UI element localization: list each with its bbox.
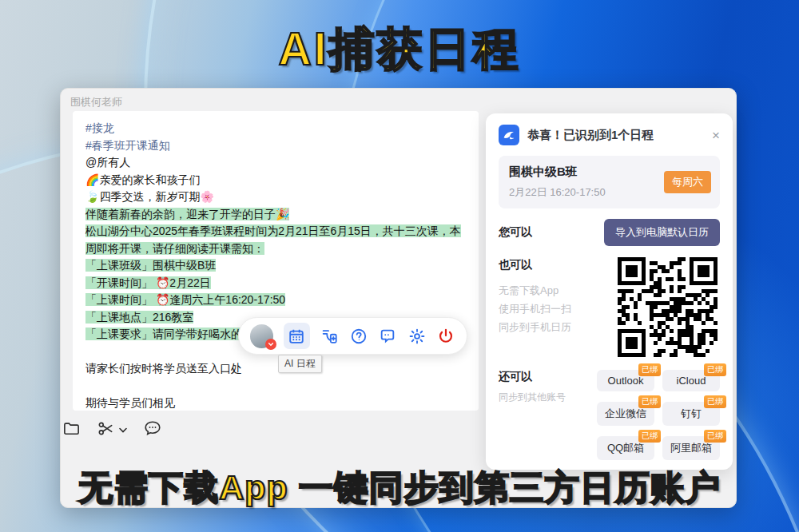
chat-line: 期待与学员们相见 <box>85 395 466 411</box>
chat-line: #春季班开课通知 <box>85 137 466 155</box>
folder-icon[interactable] <box>62 419 81 441</box>
screenshot-split-button[interactable] <box>97 419 127 441</box>
sync-account-button[interactable]: Outlook已绑 <box>597 370 654 391</box>
qr-hint-lines: 无需下载App使用手机扫一扫同步到手机日历 <box>499 281 571 336</box>
power-exit-icon[interactable] <box>437 327 455 346</box>
qr-hint-line: 使用手机扫一扫 <box>499 300 571 318</box>
settings-gear-icon[interactable] <box>407 327 426 346</box>
assistant-toolbar <box>238 317 467 355</box>
extract-to-phone-icon[interactable] <box>320 327 339 346</box>
import-to-calendar-button[interactable]: 导入到电脑默认日历 <box>604 219 720 246</box>
feedback-icon[interactable] <box>379 327 397 346</box>
sync-account-button[interactable]: 企业微信已绑 <box>597 402 654 426</box>
chat-line: 「上课时间」 ⏰逢周六上午16:20-17:50 <box>85 292 466 309</box>
sync-account-button[interactable]: 阿里邮箱已绑 <box>662 436 720 460</box>
toolbar-tooltip: AI 日程 <box>278 355 322 373</box>
comment-icon[interactable] <box>143 419 162 441</box>
schedule-panel: 恭喜！已识别到1个日程 × 围棋中级B班 2月22日 16:20-17:50 每… <box>486 113 733 470</box>
chat-line: 「开课时间」 ⏰2月22日 <box>85 275 466 292</box>
event-card: 围棋中级B班 2月22日 16:20-17:50 每周六 <box>499 156 720 208</box>
chat-line: 「上课班级」围棋中级B班 <box>85 257 466 275</box>
sync-account-button[interactable]: 钉钉已绑 <box>662 402 720 426</box>
ai-calendar-button[interactable] <box>284 323 309 349</box>
bound-badge: 已绑 <box>638 430 661 443</box>
qr-hint-line: 同步到手机日历 <box>499 318 571 336</box>
qr-hint-line: 无需下载App <box>499 281 571 300</box>
desktop: AI捕获日程 围棋何老师 #接龙#春季班开课通知@所有人🌈亲爱的家长和孩子们🍃四… <box>0 0 799 532</box>
chat-line: 🍃四季交迭，新岁可期🌸 <box>85 189 466 206</box>
calendar-icon <box>287 327 306 346</box>
chevron-down-icon <box>119 423 127 437</box>
calendar-app-logo-icon <box>499 125 519 145</box>
chat-message: #接龙#春季班开课通知@所有人🌈亲爱的家长和孩子们🍃四季交迭，新岁可期🌸伴随着新… <box>73 111 479 411</box>
chat-line: #接龙 <box>85 120 466 137</box>
headline-banner: AI捕获日程 <box>0 19 799 81</box>
help-icon[interactable] <box>349 327 368 346</box>
caption-banner: 无需下载App 一键同步到第三方日历账户 <box>0 465 799 511</box>
sync-qr-code <box>616 253 720 362</box>
sync-account-button[interactable]: iCloud已绑 <box>662 370 720 391</box>
accounts-section-sub: 同步到其他账号 <box>499 391 566 404</box>
bound-badge: 已绑 <box>704 395 726 408</box>
chat-line: @所有人 <box>85 154 466 172</box>
sync-account-button[interactable]: QQ邮箱已绑 <box>597 436 654 460</box>
bound-badge: 已绑 <box>638 395 661 408</box>
bound-badge: 已绑 <box>704 430 726 443</box>
chat-line: 松山湖分中心2025年春季班课程时间为2月21日至6月15日，共十三次课，本周即… <box>85 223 466 257</box>
qr-section-label: 也可以 <box>499 258 571 272</box>
bound-badge: 已绑 <box>638 363 661 376</box>
chat-line: 🌈亲爱的家长和孩子们 <box>85 172 466 189</box>
accounts-grid: Outlook已绑iCloud已绑企业微信已绑钉钉已绑QQ邮箱已绑阿里邮箱已绑 <box>597 370 720 460</box>
scissors-icon <box>97 419 115 441</box>
bound-badge: 已绑 <box>704 363 726 376</box>
chevron-down-badge-icon <box>265 339 276 350</box>
avatar[interactable] <box>250 324 273 348</box>
panel-title: 恭喜！已识别到1个日程 <box>527 128 704 143</box>
chat-line: 请家长们按时将学员送至入口处 <box>85 360 466 378</box>
window-quick-actions <box>62 419 162 441</box>
close-icon[interactable]: × <box>712 129 720 142</box>
chat-line <box>85 378 466 395</box>
primary-section-label: 您可以 <box>499 225 532 240</box>
chat-line: 伴随着新春的余韵，迎来了开学的日子🎉 <box>85 206 466 224</box>
recurrence-badge: 每周六 <box>664 171 711 193</box>
window-title: 围棋何老师 <box>70 95 122 109</box>
accounts-section-label: 还可以 <box>499 370 566 384</box>
